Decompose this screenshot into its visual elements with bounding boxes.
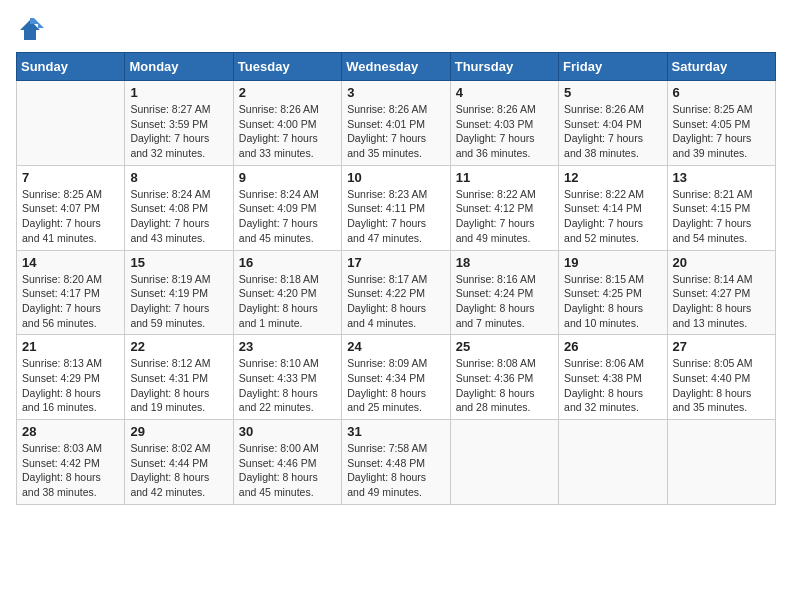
day-info: Sunrise: 7:58 AM Sunset: 4:48 PM Dayligh…	[347, 441, 444, 500]
day-number: 2	[239, 85, 336, 100]
calendar-cell: 19Sunrise: 8:15 AM Sunset: 4:25 PM Dayli…	[559, 250, 667, 335]
day-number: 5	[564, 85, 661, 100]
calendar-cell: 2Sunrise: 8:26 AM Sunset: 4:00 PM Daylig…	[233, 81, 341, 166]
day-number: 8	[130, 170, 227, 185]
day-number: 14	[22, 255, 119, 270]
calendar-cell: 17Sunrise: 8:17 AM Sunset: 4:22 PM Dayli…	[342, 250, 450, 335]
logo	[16, 16, 48, 44]
day-number: 22	[130, 339, 227, 354]
day-number: 31	[347, 424, 444, 439]
day-info: Sunrise: 8:10 AM Sunset: 4:33 PM Dayligh…	[239, 356, 336, 415]
day-number: 3	[347, 85, 444, 100]
day-info: Sunrise: 8:26 AM Sunset: 4:01 PM Dayligh…	[347, 102, 444, 161]
day-info: Sunrise: 8:13 AM Sunset: 4:29 PM Dayligh…	[22, 356, 119, 415]
day-number: 4	[456, 85, 553, 100]
day-number: 29	[130, 424, 227, 439]
calendar-cell: 7Sunrise: 8:25 AM Sunset: 4:07 PM Daylig…	[17, 165, 125, 250]
calendar-cell: 10Sunrise: 8:23 AM Sunset: 4:11 PM Dayli…	[342, 165, 450, 250]
weekday-header-saturday: Saturday	[667, 53, 775, 81]
day-info: Sunrise: 8:24 AM Sunset: 4:09 PM Dayligh…	[239, 187, 336, 246]
calendar-cell: 27Sunrise: 8:05 AM Sunset: 4:40 PM Dayli…	[667, 335, 775, 420]
day-number: 12	[564, 170, 661, 185]
day-info: Sunrise: 8:14 AM Sunset: 4:27 PM Dayligh…	[673, 272, 770, 331]
calendar-cell	[17, 81, 125, 166]
calendar-cell: 24Sunrise: 8:09 AM Sunset: 4:34 PM Dayli…	[342, 335, 450, 420]
day-number: 7	[22, 170, 119, 185]
day-info: Sunrise: 8:03 AM Sunset: 4:42 PM Dayligh…	[22, 441, 119, 500]
calendar-cell: 28Sunrise: 8:03 AM Sunset: 4:42 PM Dayli…	[17, 420, 125, 505]
calendar-cell: 1Sunrise: 8:27 AM Sunset: 3:59 PM Daylig…	[125, 81, 233, 166]
calendar-week-4: 21Sunrise: 8:13 AM Sunset: 4:29 PM Dayli…	[17, 335, 776, 420]
day-number: 25	[456, 339, 553, 354]
calendar-cell: 21Sunrise: 8:13 AM Sunset: 4:29 PM Dayli…	[17, 335, 125, 420]
day-number: 24	[347, 339, 444, 354]
calendar-cell: 5Sunrise: 8:26 AM Sunset: 4:04 PM Daylig…	[559, 81, 667, 166]
calendar-cell: 30Sunrise: 8:00 AM Sunset: 4:46 PM Dayli…	[233, 420, 341, 505]
calendar-cell: 12Sunrise: 8:22 AM Sunset: 4:14 PM Dayli…	[559, 165, 667, 250]
day-number: 15	[130, 255, 227, 270]
calendar-cell: 8Sunrise: 8:24 AM Sunset: 4:08 PM Daylig…	[125, 165, 233, 250]
calendar-week-2: 7Sunrise: 8:25 AM Sunset: 4:07 PM Daylig…	[17, 165, 776, 250]
weekday-header-thursday: Thursday	[450, 53, 558, 81]
day-number: 10	[347, 170, 444, 185]
day-number: 20	[673, 255, 770, 270]
calendar-cell: 3Sunrise: 8:26 AM Sunset: 4:01 PM Daylig…	[342, 81, 450, 166]
calendar-cell: 18Sunrise: 8:16 AM Sunset: 4:24 PM Dayli…	[450, 250, 558, 335]
day-number: 26	[564, 339, 661, 354]
day-info: Sunrise: 8:08 AM Sunset: 4:36 PM Dayligh…	[456, 356, 553, 415]
calendar-cell: 29Sunrise: 8:02 AM Sunset: 4:44 PM Dayli…	[125, 420, 233, 505]
calendar-cell: 23Sunrise: 8:10 AM Sunset: 4:33 PM Dayli…	[233, 335, 341, 420]
day-number: 30	[239, 424, 336, 439]
calendar-cell: 11Sunrise: 8:22 AM Sunset: 4:12 PM Dayli…	[450, 165, 558, 250]
day-info: Sunrise: 8:19 AM Sunset: 4:19 PM Dayligh…	[130, 272, 227, 331]
calendar-cell: 16Sunrise: 8:18 AM Sunset: 4:20 PM Dayli…	[233, 250, 341, 335]
day-number: 19	[564, 255, 661, 270]
day-number: 9	[239, 170, 336, 185]
day-number: 21	[22, 339, 119, 354]
day-info: Sunrise: 8:20 AM Sunset: 4:17 PM Dayligh…	[22, 272, 119, 331]
weekday-header-monday: Monday	[125, 53, 233, 81]
day-info: Sunrise: 8:05 AM Sunset: 4:40 PM Dayligh…	[673, 356, 770, 415]
day-number: 1	[130, 85, 227, 100]
calendar-cell: 20Sunrise: 8:14 AM Sunset: 4:27 PM Dayli…	[667, 250, 775, 335]
calendar-cell: 15Sunrise: 8:19 AM Sunset: 4:19 PM Dayli…	[125, 250, 233, 335]
day-number: 17	[347, 255, 444, 270]
day-info: Sunrise: 8:26 AM Sunset: 4:03 PM Dayligh…	[456, 102, 553, 161]
day-info: Sunrise: 8:26 AM Sunset: 4:00 PM Dayligh…	[239, 102, 336, 161]
day-number: 23	[239, 339, 336, 354]
weekday-header-tuesday: Tuesday	[233, 53, 341, 81]
calendar-cell: 25Sunrise: 8:08 AM Sunset: 4:36 PM Dayli…	[450, 335, 558, 420]
calendar-cell	[667, 420, 775, 505]
weekday-header-sunday: Sunday	[17, 53, 125, 81]
day-info: Sunrise: 8:12 AM Sunset: 4:31 PM Dayligh…	[130, 356, 227, 415]
weekday-header-friday: Friday	[559, 53, 667, 81]
day-number: 6	[673, 85, 770, 100]
day-info: Sunrise: 8:06 AM Sunset: 4:38 PM Dayligh…	[564, 356, 661, 415]
logo-icon	[16, 16, 44, 44]
day-info: Sunrise: 8:18 AM Sunset: 4:20 PM Dayligh…	[239, 272, 336, 331]
day-info: Sunrise: 8:16 AM Sunset: 4:24 PM Dayligh…	[456, 272, 553, 331]
day-info: Sunrise: 8:09 AM Sunset: 4:34 PM Dayligh…	[347, 356, 444, 415]
calendar-cell	[559, 420, 667, 505]
calendar-cell: 26Sunrise: 8:06 AM Sunset: 4:38 PM Dayli…	[559, 335, 667, 420]
calendar-cell: 13Sunrise: 8:21 AM Sunset: 4:15 PM Dayli…	[667, 165, 775, 250]
day-number: 18	[456, 255, 553, 270]
day-info: Sunrise: 8:17 AM Sunset: 4:22 PM Dayligh…	[347, 272, 444, 331]
header	[16, 16, 776, 44]
calendar-cell: 22Sunrise: 8:12 AM Sunset: 4:31 PM Dayli…	[125, 335, 233, 420]
calendar-cell: 14Sunrise: 8:20 AM Sunset: 4:17 PM Dayli…	[17, 250, 125, 335]
day-info: Sunrise: 8:23 AM Sunset: 4:11 PM Dayligh…	[347, 187, 444, 246]
day-info: Sunrise: 8:22 AM Sunset: 4:14 PM Dayligh…	[564, 187, 661, 246]
day-info: Sunrise: 8:25 AM Sunset: 4:07 PM Dayligh…	[22, 187, 119, 246]
calendar-week-5: 28Sunrise: 8:03 AM Sunset: 4:42 PM Dayli…	[17, 420, 776, 505]
day-info: Sunrise: 8:22 AM Sunset: 4:12 PM Dayligh…	[456, 187, 553, 246]
day-info: Sunrise: 8:15 AM Sunset: 4:25 PM Dayligh…	[564, 272, 661, 331]
day-info: Sunrise: 8:02 AM Sunset: 4:44 PM Dayligh…	[130, 441, 227, 500]
day-number: 11	[456, 170, 553, 185]
calendar-table: SundayMondayTuesdayWednesdayThursdayFrid…	[16, 52, 776, 505]
calendar-cell: 6Sunrise: 8:25 AM Sunset: 4:05 PM Daylig…	[667, 81, 775, 166]
day-number: 16	[239, 255, 336, 270]
day-number: 13	[673, 170, 770, 185]
weekday-header-wednesday: Wednesday	[342, 53, 450, 81]
day-number: 27	[673, 339, 770, 354]
